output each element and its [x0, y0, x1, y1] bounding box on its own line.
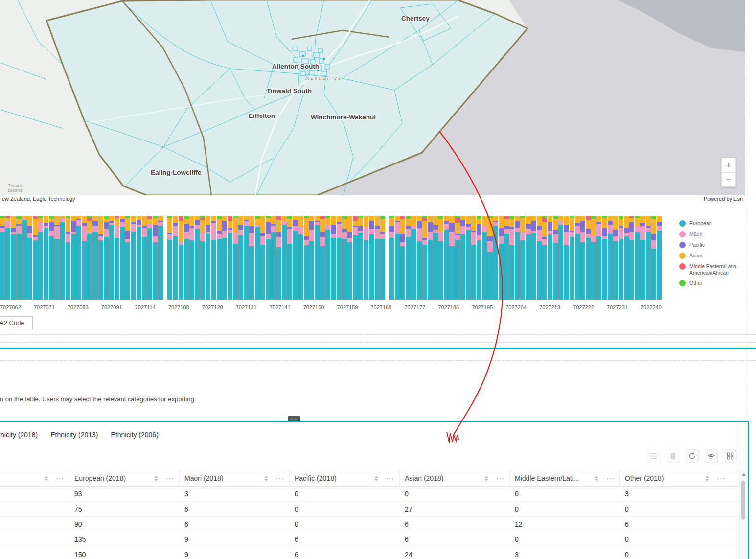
grid-layout-button[interactable] [724, 449, 737, 463]
table-row[interactable]: 150962430 [0, 547, 740, 559]
stacked-bar[interactable] [217, 216, 222, 300]
stacked-bar[interactable] [195, 216, 200, 300]
stacked-bar[interactable] [131, 216, 136, 300]
stacked-bar[interactable] [120, 216, 125, 300]
legend-item-asian[interactable]: Asian [679, 253, 750, 259]
stacked-bar[interactable] [548, 216, 552, 300]
stacked-bar[interactable] [422, 216, 427, 300]
stacked-bar[interactable] [60, 216, 65, 300]
stacked-bar[interactable] [244, 216, 249, 300]
stacked-bar[interactable] [640, 216, 645, 300]
column-menu-icon[interactable]: ··· [276, 475, 284, 482]
stacked-bar[interactable] [320, 216, 325, 300]
zoom-in-button[interactable]: + [721, 158, 736, 172]
stacked-bar[interactable] [596, 216, 601, 300]
column-menu-icon[interactable]: ··· [166, 475, 174, 482]
stacked-bar[interactable] [298, 216, 303, 300]
stacked-bar[interactable] [325, 216, 330, 300]
stacked-bar[interactable] [228, 216, 232, 300]
column-header[interactable]: Asian (2018)··· [400, 470, 510, 486]
column-menu-icon[interactable]: ··· [496, 475, 504, 482]
stacked-bar[interactable] [109, 216, 114, 300]
sort-arrows-icon[interactable] [154, 476, 158, 481]
column-header[interactable]: Middle Eastern/Lati...··· [510, 470, 620, 486]
stacked-bar[interactable] [364, 216, 368, 300]
stacked-bar[interactable] [16, 216, 21, 300]
stacked-bar[interactable] [417, 216, 422, 300]
stacked-bar[interactable] [158, 216, 163, 300]
stacked-bar[interactable] [509, 216, 514, 300]
map-canvas[interactable]: ChertseyAllenton SouthTinwald SouthEiffe… [0, 0, 745, 195]
stacked-bar[interactable] [153, 216, 158, 300]
zoom-out-button[interactable]: − [721, 172, 736, 187]
stacked-bar[interactable] [222, 216, 227, 300]
stacked-bar[interactable] [282, 216, 287, 300]
stacked-bar[interactable] [575, 216, 580, 300]
stacked-bar[interactable] [411, 216, 416, 300]
stacked-bar[interactable] [586, 216, 591, 300]
stacked-bar[interactable] [184, 216, 189, 300]
stacked-bar[interactable] [651, 216, 656, 300]
legend-item-melaa[interactable]: Middle Eastern/Latin American/African [679, 263, 750, 276]
stacked-bar[interactable] [66, 216, 70, 300]
stacked-bar[interactable] [189, 216, 194, 300]
stacked-bar[interactable] [260, 216, 265, 300]
stacked-bar[interactable] [624, 216, 629, 300]
stacked-bar[interactable] [115, 216, 119, 300]
stacked-bar[interactable] [433, 216, 438, 300]
refresh-button[interactable] [686, 449, 699, 463]
stacked-bar[interactable] [200, 216, 205, 300]
stacked-bar[interactable] [520, 216, 525, 300]
column-menu-icon[interactable]: ··· [386, 475, 394, 482]
map-widget[interactable]: ChertseyAllenton SouthTinwald SouthEiffe… [0, 0, 745, 202]
stacked-bar[interactable] [542, 216, 547, 300]
stacked-bar[interactable] [428, 216, 433, 300]
stacked-bar[interactable] [27, 216, 32, 300]
stacked-bar[interactable] [537, 216, 542, 300]
sa2-code-axis-button[interactable]: A2 Code [0, 316, 33, 329]
table-scrollbar[interactable] [739, 470, 748, 559]
stacked-bar[interactable] [82, 216, 87, 300]
stacked-bar[interactable] [482, 216, 487, 300]
stacked-bar[interactable] [276, 216, 281, 300]
stacked-bar[interactable] [400, 216, 405, 300]
stacked-bar[interactable] [54, 216, 59, 300]
stacked-bar[interactable] [380, 216, 385, 300]
column-header[interactable]: European (2018)··· [69, 470, 180, 486]
stacked-bar[interactable] [493, 216, 498, 300]
stacked-bar[interactable] [466, 216, 471, 300]
stacked-bar[interactable] [406, 216, 411, 300]
stacked-bar[interactable] [347, 216, 352, 300]
stacked-bar[interactable] [125, 216, 130, 300]
stacked-bar[interactable] [173, 216, 178, 300]
stacked-bar[interactable] [255, 216, 260, 300]
stacked-bar[interactable] [92, 216, 97, 300]
stacked-bar[interactable] [179, 216, 183, 300]
stacked-bar[interactable] [570, 216, 574, 300]
delete-records-button[interactable] [666, 449, 680, 463]
scrollbar-up-arrow[interactable] [742, 473, 746, 476]
stacked-bar[interactable] [558, 216, 563, 300]
stacked-bar[interactable] [76, 216, 81, 300]
stacked-bar[interactable] [375, 216, 380, 300]
tab-ethnicity-0[interactable]: nicity (2018) [0, 431, 38, 439]
sort-arrows-icon[interactable] [484, 476, 488, 481]
select-records-button[interactable] [647, 449, 661, 463]
stacked-bar[interactable] [287, 216, 292, 300]
stacked-bar[interactable] [629, 216, 634, 300]
stacked-bar[interactable] [619, 216, 623, 300]
stacked-bar[interactable] [369, 216, 374, 300]
column-menu-icon[interactable]: ··· [717, 475, 725, 482]
stacked-bar[interactable] [266, 216, 271, 300]
sort-arrows-icon[interactable] [374, 476, 378, 481]
stacked-bar[interactable] [389, 216, 394, 300]
stacked-bar[interactable] [38, 216, 43, 300]
sort-arrows-icon[interactable] [44, 476, 48, 481]
stacked-bar[interactable] [331, 216, 336, 300]
stacked-bar[interactable] [71, 216, 76, 300]
stacked-bar[interactable] [646, 216, 651, 300]
scrollbar-thumb[interactable] [741, 481, 745, 520]
table-row[interactable]: 9330003 [0, 487, 740, 502]
stacked-bar[interactable] [142, 216, 147, 300]
stacked-bar[interactable] [342, 216, 347, 300]
